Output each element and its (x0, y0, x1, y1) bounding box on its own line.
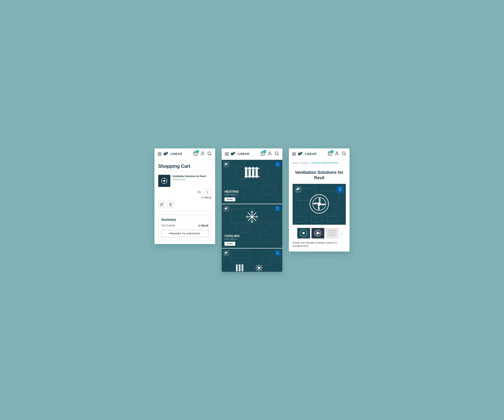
price-row: € 708.00 (158, 196, 211, 199)
checkout-button[interactable]: PROCEED TO CHECKOUT (161, 230, 208, 237)
qty-input[interactable] (203, 189, 211, 195)
svg-rect-54 (231, 251, 250, 263)
cooling-sub: FOR REVIT (224, 238, 280, 240)
cart-item-details: Ventilation Solutions for Revit VERE-Sta… (173, 175, 211, 187)
snowflake-icon (245, 210, 259, 224)
svg-rect-30 (245, 168, 259, 169)
user-icon-wrap-2[interactable] (267, 151, 272, 157)
hamburger-menu-1[interactable] (158, 153, 162, 156)
logo-text-1: LINEAR (170, 152, 182, 156)
summary-subtotal-row: Cart Subtotal € 708.00 (161, 224, 208, 227)
combo-snowflake (255, 264, 263, 272)
radiator-icon (244, 166, 260, 179)
hamburger-menu-2[interactable] (225, 153, 229, 156)
product-card-heating[interactable]: RRVT HEATING FOR REVIT MORE (222, 160, 282, 204)
hero-logo (295, 186, 301, 193)
product-card-combo[interactable]: RRVT (222, 248, 282, 272)
svg-point-15 (269, 152, 271, 153)
heating-icon-area (244, 166, 260, 180)
summary-title: Summary (161, 218, 208, 222)
cart-badge-3: 1 (330, 150, 333, 153)
cart-icon-wrap-1[interactable]: 1 (193, 151, 198, 157)
product-detail-body: Ventilation Solutions for Revit (289, 166, 349, 252)
cart-item-name: Ventilation Solutions for Revit (173, 175, 211, 178)
navbar-left-1: LINEAR (158, 151, 182, 156)
cart-icon-wrap-3[interactable]: 1 (328, 151, 332, 157)
revit-badge-heating: RRVT (275, 162, 281, 167)
cart-body: Shopping Cart Ventilation Solutions f (155, 160, 215, 244)
hero-revit-badge: RRVT (337, 186, 343, 193)
user-icon-wrap-3[interactable] (335, 151, 339, 157)
edit-button[interactable] (158, 201, 165, 208)
navbar-2: LINEAR 1 (222, 148, 282, 160)
cart-badge-2: 1 (263, 150, 266, 153)
product-detail-title: Ventilation Solutions for Revit (293, 170, 346, 181)
svg-point-4 (208, 152, 211, 155)
screen-product-detail: LINEAR 1 (289, 148, 349, 252)
svg-point-70 (342, 152, 345, 155)
linear-logo-small-heating (223, 162, 229, 167)
thumbnail-1[interactable] (297, 228, 310, 239)
navbar-3: LINEAR 1 (289, 148, 349, 160)
breadcrumb-products[interactable]: Products (300, 162, 308, 164)
thumb-next-arrow[interactable]: › (340, 232, 343, 235)
subtotal-label: Cart Subtotal (161, 224, 175, 227)
thumbnail-2[interactable] (312, 228, 324, 239)
cart-actions (158, 201, 211, 208)
breadcrumb-home[interactable]: Home (292, 162, 298, 164)
product-list: RRVT HEATING FOR REVIT MORE (222, 160, 282, 272)
svg-rect-57 (225, 252, 226, 254)
search-icon-wrap-1[interactable] (207, 151, 212, 157)
product-hero-image: RRVT (293, 184, 346, 225)
navbar-left-3: LINEAR (292, 151, 317, 156)
svg-point-16 (275, 152, 278, 155)
navbar-1: LINEAR 1 (155, 148, 215, 160)
logo-icon-3 (298, 151, 303, 156)
navbar-right-1: 1 (193, 151, 212, 157)
heating-more-button[interactable]: MORE (224, 197, 235, 201)
breadcrumb-current: Ventilation Solutions for Revit (311, 162, 338, 164)
thumbnail-3[interactable] (326, 228, 339, 239)
svg-point-38 (260, 219, 272, 231)
navbar-left-2: LINEAR (225, 151, 249, 156)
search-icon-wrap-3[interactable] (342, 151, 346, 157)
svg-rect-96 (328, 233, 335, 234)
revit-badge-cooling: RRVT (275, 206, 281, 211)
cart-icon-wrap-2[interactable]: 1 (260, 151, 265, 157)
cart-badge-1: 1 (196, 150, 199, 153)
hamburger-menu-3[interactable] (292, 153, 296, 156)
navbar-right-2: 1 (260, 151, 279, 157)
logo-icon-2 (231, 151, 236, 156)
combo-schematic (222, 248, 282, 272)
svg-rect-32 (225, 164, 226, 165)
divider-1 (158, 211, 211, 211)
svg-line-71 (345, 154, 346, 155)
svg-rect-58 (226, 252, 228, 253)
breadcrumb: Home | Products | Ventilation Solutions … (289, 160, 349, 166)
product-card-cooling[interactable]: RRVT COOLING FOR REVIT MORE (222, 204, 282, 248)
user-icon-2 (267, 151, 272, 156)
thumbnail-row: ‹ (293, 228, 346, 239)
breadcrumb-sep-1: | (299, 162, 299, 164)
cooling-more-button[interactable]: MORE (224, 242, 235, 246)
svg-rect-60 (239, 264, 240, 271)
search-icon-wrap-2[interactable] (274, 151, 279, 157)
svg-point-7 (163, 180, 165, 182)
svg-point-69 (336, 152, 338, 153)
cooling-card-content: COOLING FOR REVIT MORE (222, 232, 282, 248)
logo-icon-1 (163, 151, 168, 156)
user-icon-3 (335, 151, 339, 156)
user-icon-1 (200, 151, 205, 156)
svg-rect-59 (236, 264, 238, 271)
svg-rect-31 (245, 176, 259, 177)
svg-rect-86 (298, 188, 300, 189)
cart-item: Ventilation Solutions for Revit VERE-Sta… (158, 175, 211, 187)
delete-button[interactable] (167, 201, 174, 208)
heating-sub: FOR REVIT (224, 194, 280, 196)
revit-badge-combo: RRVT (275, 250, 281, 256)
linear-logo-small-cooling (223, 206, 229, 212)
thumb-prev-arrow[interactable]: ‹ (293, 232, 296, 235)
breadcrumb-sep-2: | (309, 162, 310, 164)
logo-text-3: LINEAR (305, 152, 317, 156)
user-icon-wrap-1[interactable] (200, 151, 205, 157)
